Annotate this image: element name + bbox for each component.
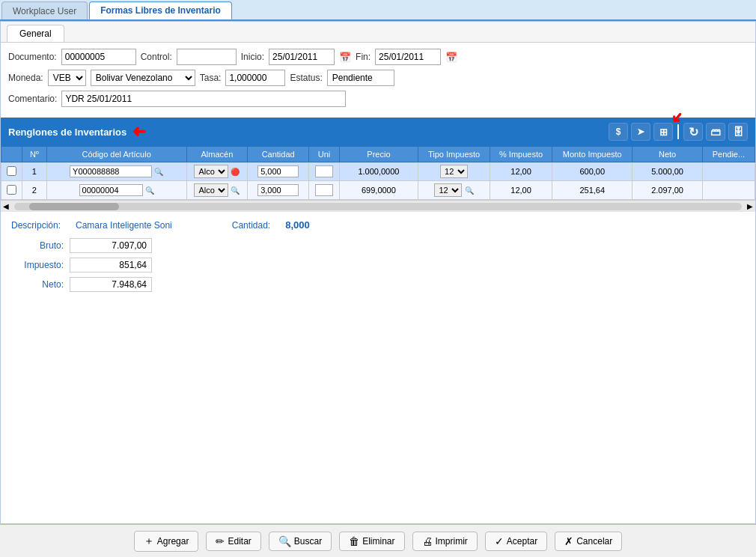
db2-btn[interactable]: 🗄 bbox=[728, 123, 748, 141]
col-neto: Neto bbox=[632, 147, 702, 162]
table-row: 2 🔍 Alco 🔍 699,0000 12 🔍 bbox=[1, 181, 755, 200]
row1-tipo-select[interactable]: 12 bbox=[440, 165, 468, 178]
form-row-1: Documento: Control: Inicio: 📅 Fin: 📅 bbox=[8, 49, 748, 65]
table-container: Nº Código del Artículo Almacén Cantidad … bbox=[1, 146, 755, 200]
eliminar-icon: 🗑 bbox=[349, 535, 359, 547]
cantidad-label: Cantidad: bbox=[232, 220, 270, 231]
row1-codigo-input[interactable] bbox=[70, 165, 152, 177]
inventory-table: Nº Código del Artículo Almacén Cantidad … bbox=[1, 146, 755, 200]
col-checkbox bbox=[1, 147, 22, 162]
cantidad-value: 8,000 bbox=[285, 219, 310, 231]
inicio-calendar-icon[interactable]: 📅 bbox=[339, 52, 351, 63]
estatus-input[interactable] bbox=[327, 70, 394, 86]
impuesto-row: Impuesto: bbox=[11, 258, 152, 273]
bottom-toolbar: ＋ Agregar ✏ Editar 🔍 Buscar 🗑 Eliminar 🖨… bbox=[0, 524, 756, 557]
inner-tabs: General bbox=[1, 22, 755, 43]
impuesto-value[interactable] bbox=[70, 258, 152, 273]
agregar-icon: ＋ bbox=[144, 535, 154, 548]
moneda-text-select[interactable]: Bolivar Venezolano bbox=[91, 70, 195, 86]
col-monto-impuesto: Monto Impuesto bbox=[552, 147, 632, 162]
fin-label: Fin: bbox=[356, 52, 371, 62]
spacer bbox=[1, 299, 755, 523]
agregar-button[interactable]: ＋ Agregar bbox=[134, 531, 199, 552]
neto-row: Neto: bbox=[11, 277, 152, 292]
neto-label: Neto: bbox=[11, 279, 64, 290]
comentario-label: Comentario: bbox=[8, 94, 57, 104]
comentario-input[interactable] bbox=[61, 91, 346, 107]
form-area: Documento: Control: Inicio: 📅 Fin: 📅 Mon… bbox=[1, 43, 755, 118]
puzzle-btn[interactable]: ⊞ bbox=[653, 123, 673, 141]
fin-input[interactable] bbox=[375, 49, 441, 65]
row2-cantidad-input[interactable] bbox=[257, 184, 299, 196]
refresh-btn[interactable]: ↻ bbox=[683, 123, 703, 141]
row2-almacen-btn[interactable]: 🔍 bbox=[231, 186, 240, 195]
neto-value[interactable] bbox=[70, 277, 152, 292]
descripcion-label: Descripción: bbox=[11, 220, 61, 231]
row1-num: 1 bbox=[22, 162, 47, 181]
scroll-right-btn[interactable]: ▶ bbox=[745, 202, 755, 210]
inicio-input[interactable] bbox=[269, 49, 335, 65]
aceptar-icon: ✓ bbox=[495, 535, 504, 547]
tab-formas-libres[interactable]: Formas Libres de Inventario bbox=[89, 1, 232, 19]
col-uni: Uni bbox=[309, 147, 340, 162]
impuesto-label: Impuesto: bbox=[11, 260, 64, 270]
control-input[interactable] bbox=[177, 49, 237, 65]
tab-workplace-user[interactable]: Workplace User bbox=[1, 1, 88, 19]
form-row-2: Moneda: VEB Bolivar Venezolano Tasa: Est… bbox=[8, 70, 748, 86]
row2-checkbox[interactable] bbox=[7, 185, 16, 195]
dollar-btn[interactable]: $ bbox=[609, 123, 628, 141]
bruto-row: Bruto: bbox=[11, 238, 152, 253]
bruto-value[interactable] bbox=[70, 238, 152, 253]
col-tipo-impuesto: Tipo Impuesto bbox=[418, 147, 490, 162]
row2-tipo-select[interactable]: 12 bbox=[434, 183, 462, 197]
moneda-select[interactable]: VEB bbox=[48, 70, 86, 86]
row1-almacen-select[interactable]: Alco bbox=[194, 165, 228, 178]
tab-bar: Workplace User Formas Libres de Inventar… bbox=[0, 0, 756, 21]
row1-cantidad-input[interactable] bbox=[257, 165, 299, 177]
cancelar-icon: ✗ bbox=[564, 535, 573, 547]
col-codigo: Código del Artículo bbox=[46, 147, 186, 162]
horizontal-scrollbar[interactable]: ◀ ▶ bbox=[1, 200, 755, 212]
control-label: Control: bbox=[141, 52, 172, 62]
documento-label: Documento: bbox=[8, 52, 57, 62]
section-title: Renglones de Inventarios bbox=[8, 127, 126, 138]
main-panel: General Documento: Control: Inicio: 📅 Fi… bbox=[0, 21, 756, 524]
col-almacen: Almacén bbox=[186, 147, 248, 162]
col-pendiente: Pendie... bbox=[702, 147, 755, 162]
col-num: Nº bbox=[22, 147, 47, 162]
row2-codigo-input[interactable] bbox=[79, 184, 143, 196]
col-porc-impuesto: % Impuesto bbox=[490, 147, 552, 162]
editar-button[interactable]: ✏ Editar bbox=[206, 532, 260, 551]
row2-almacen-select[interactable]: Alco bbox=[194, 183, 228, 197]
summary-desc-row: Descripción: Camara Inteligente Soni Can… bbox=[11, 219, 745, 231]
aceptar-button[interactable]: ✓ Aceptar bbox=[485, 532, 547, 551]
row2-tipo-search[interactable]: 🔍 bbox=[465, 186, 474, 195]
row1-checkbox[interactable] bbox=[7, 166, 16, 176]
fin-calendar-icon[interactable]: 📅 bbox=[445, 52, 457, 63]
summary-grid: Bruto: Impuesto: Neto: bbox=[11, 238, 745, 292]
form-row-3: Comentario: bbox=[8, 91, 748, 107]
eliminar-button[interactable]: 🗑 Eliminar bbox=[339, 532, 404, 551]
editar-icon: ✏ bbox=[216, 535, 225, 547]
db1-btn[interactable]: 🗃 bbox=[706, 123, 725, 141]
summary-area: Descripción: Camara Inteligente Soni Can… bbox=[1, 212, 755, 299]
buscar-icon: 🔍 bbox=[278, 535, 291, 547]
row1-search-icon[interactable]: 🔍 bbox=[154, 168, 163, 176]
bruto-label: Bruto: bbox=[11, 240, 64, 251]
tasa-input[interactable] bbox=[225, 70, 285, 86]
scroll-thumb[interactable] bbox=[29, 203, 119, 210]
row1-uni-input[interactable] bbox=[315, 165, 333, 177]
tab-general[interactable]: General bbox=[7, 25, 64, 42]
table-row: 1 🔍 Alco 🔴 1.000,0000 12 12,00 6 bbox=[1, 162, 755, 181]
imprimir-icon: 🖨 bbox=[422, 535, 433, 547]
row2-uni-input[interactable] bbox=[315, 184, 333, 196]
scroll-left-btn[interactable]: ◀ bbox=[1, 202, 11, 210]
buscar-button[interactable]: 🔍 Buscar bbox=[269, 532, 332, 551]
imprimir-button[interactable]: 🖨 Imprimir bbox=[412, 532, 478, 551]
row2-search-icon[interactable]: 🔍 bbox=[145, 186, 154, 195]
row1-almacen-btn[interactable]: 🔴 bbox=[231, 168, 240, 176]
cancelar-button[interactable]: ✗ Cancelar bbox=[555, 532, 622, 551]
moneda-label: Moneda: bbox=[8, 73, 43, 83]
forward-btn[interactable]: ➤ bbox=[631, 123, 650, 141]
documento-input[interactable] bbox=[61, 49, 136, 65]
